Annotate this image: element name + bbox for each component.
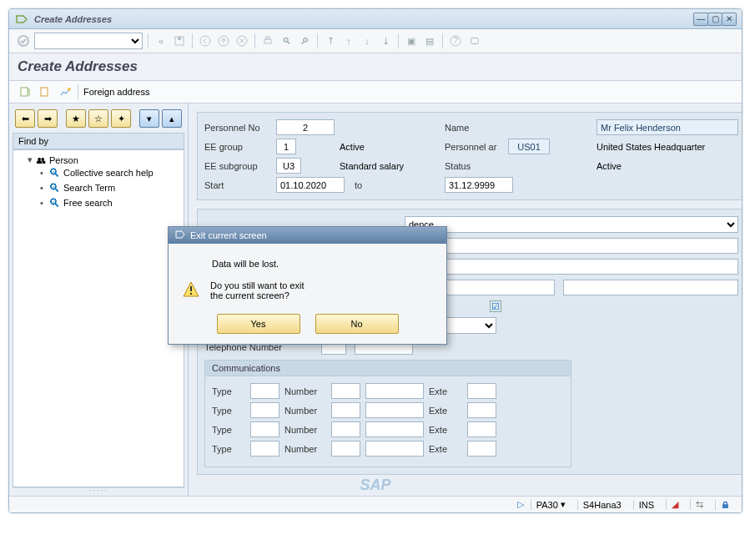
comm-exte-field[interactable] — [467, 383, 496, 399]
dialog-line1: Data will be lost. — [212, 259, 433, 269]
address-type-dropdown[interactable]: dence — [405, 216, 738, 233]
fav-list-icon[interactable]: ✦ — [111, 109, 131, 128]
comm-num-field[interactable] — [365, 383, 424, 399]
ok-icon[interactable] — [16, 33, 31, 48]
comm-type-field[interactable] — [250, 441, 279, 457]
comm-num-prefix[interactable] — [331, 402, 360, 418]
foreign-address-label[interactable]: Foreign address — [83, 87, 150, 97]
svg-text:?: ? — [453, 35, 458, 45]
svg-rect-7 — [266, 37, 269, 39]
cancel-icon[interactable] — [234, 33, 249, 48]
sap-window: Create Addresses — ▢ ✕ « 🔍︎ 🔎︎ ⤒ ↑ ↓ ⤓ ▣… — [8, 8, 742, 513]
collapse-icon[interactable]: ▾ — [139, 109, 159, 128]
nav-buttons: ⬅︎ ➡︎ ★ ☆ ✦ ▾ ▴ — [13, 107, 184, 130]
field-1[interactable] — [405, 238, 738, 254]
ee-subgroup-field[interactable] — [276, 158, 301, 174]
help-icon[interactable]: ? — [448, 33, 463, 48]
tree-item[interactable]: •🔍︎Search Term — [38, 181, 182, 194]
window-menu-icon[interactable] — [14, 12, 29, 27]
next-page-icon[interactable]: ↓ — [360, 33, 375, 48]
close-button[interactable]: ✕ — [722, 13, 737, 26]
comm-exte-field[interactable] — [467, 441, 496, 457]
comm-num-field[interactable] — [365, 402, 424, 418]
lock-icon[interactable]: 🔒︎ — [721, 500, 730, 510]
svg-point-3 — [200, 36, 210, 46]
sidebar: ⬅︎ ➡︎ ★ ☆ ✦ ▾ ▴ Find by ▾ 👥︎ Person — [9, 103, 189, 496]
first-page-icon[interactable]: ⤒ — [323, 33, 338, 48]
binoculars-icon: 🔍︎ — [48, 181, 60, 194]
signal-icon[interactable]: ◢ — [672, 499, 678, 510]
fav-star-icon[interactable]: ☆ — [88, 109, 108, 128]
comm-type-field[interactable] — [250, 383, 279, 399]
last-page-icon[interactable]: ⤓ — [378, 33, 393, 48]
tree-person[interactable]: ▾ 👥︎ Person — [27, 154, 182, 165]
expand-toggle-icon[interactable]: ▾ — [27, 154, 33, 165]
new-1-icon[interactable] — [18, 84, 33, 99]
binoculars-icon: 🔍︎ — [48, 196, 60, 209]
yes-button[interactable]: Yes — [217, 314, 300, 334]
checkbox[interactable]: ☑ — [490, 300, 501, 312]
comm-exte-field[interactable] — [467, 421, 496, 437]
field-3b[interactable] — [563, 280, 738, 295]
tree-item[interactable]: •🔍︎Free search — [38, 196, 182, 209]
svg-point-12 — [68, 88, 71, 91]
back-left-icon[interactable]: « — [154, 33, 169, 48]
ee-group-field[interactable] — [276, 139, 296, 154]
comm-type-field[interactable] — [250, 421, 279, 437]
nav-back-icon[interactable]: ⬅︎ — [15, 109, 35, 128]
comm-exte-field[interactable] — [467, 402, 496, 418]
dialog-menu-icon[interactable] — [175, 230, 185, 241]
nav-tree[interactable]: ▾ 👥︎ Person •🔍︎Collective search help •🔍… — [13, 149, 184, 487]
comm-num-prefix[interactable] — [331, 421, 360, 437]
svg-rect-2 — [178, 37, 181, 40]
end-date-field[interactable] — [445, 177, 513, 193]
personnel-no-field[interactable] — [276, 119, 335, 135]
print-icon[interactable] — [260, 33, 275, 48]
application-toolbar: Foreign address — [9, 81, 742, 103]
new-2-icon[interactable] — [38, 84, 53, 99]
comm-num-field[interactable] — [365, 421, 424, 437]
start-date-field[interactable] — [276, 177, 345, 193]
find-icon[interactable]: 🔍︎ — [279, 33, 294, 48]
comm-num-prefix[interactable] — [331, 441, 360, 457]
lbl-name: Name — [445, 123, 503, 133]
find-next-icon[interactable]: 🔎︎ — [297, 33, 312, 48]
comm-row: TypeNumberExte — [212, 383, 564, 399]
titlebar: Create Addresses — ▢ ✕ — [9, 9, 742, 29]
header-form: Personnel No Name EE group Active Person… — [197, 112, 742, 200]
dialog-q2: the current screen? — [210, 290, 305, 300]
status-arrow-icon[interactable]: ▷ — [517, 499, 524, 510]
field-2[interactable] — [405, 259, 738, 275]
layout-icon[interactable]: ▤ — [422, 33, 437, 48]
tree-item-label: Search Term — [63, 183, 115, 193]
communications-group: Communications TypeNumberExte TypeNumber… — [204, 360, 571, 467]
overview-icon[interactable] — [58, 84, 73, 99]
maximize-button[interactable]: ▢ — [707, 13, 722, 26]
minimize-button[interactable]: — — [693, 13, 708, 26]
tree-item[interactable]: •🔍︎Collective search help — [38, 166, 182, 179]
dropdown-icon[interactable]: ▾ — [561, 499, 566, 510]
dialog-titlebar[interactable]: Exit current screen — [169, 227, 446, 244]
command-field[interactable] — [34, 33, 143, 49]
drag-handle[interactable] — [13, 487, 184, 492]
new-session-icon[interactable]: ▣ — [404, 33, 419, 48]
prev-page-icon[interactable]: ↑ — [341, 33, 356, 48]
comm-type-field[interactable] — [250, 402, 279, 418]
no-button[interactable]: No — [315, 314, 399, 334]
back-icon[interactable] — [198, 33, 213, 48]
communications-title: Communications — [205, 361, 571, 376]
fav-add-icon[interactable]: ★ — [66, 109, 86, 128]
comm-num-field[interactable] — [365, 441, 424, 457]
connect-icon[interactable]: ⇆ — [696, 499, 703, 510]
tree-person-label: Person — [49, 155, 78, 165]
save-icon[interactable] — [172, 33, 187, 48]
lbl-personnel-ar: Personnel ar — [445, 142, 503, 152]
expand-icon[interactable]: ▴ — [162, 109, 182, 128]
comm-num-prefix[interactable] — [331, 383, 360, 399]
ee-group-text: Active — [340, 142, 440, 152]
settings-icon[interactable]: 🖵︎ — [466, 33, 481, 48]
nav-forward-icon[interactable]: ➡︎ — [38, 109, 58, 128]
lbl-ee-subgroup: EE subgroup — [204, 161, 271, 171]
exit-icon[interactable] — [216, 33, 231, 48]
lbl-personnel-no: Personnel No — [204, 123, 271, 133]
